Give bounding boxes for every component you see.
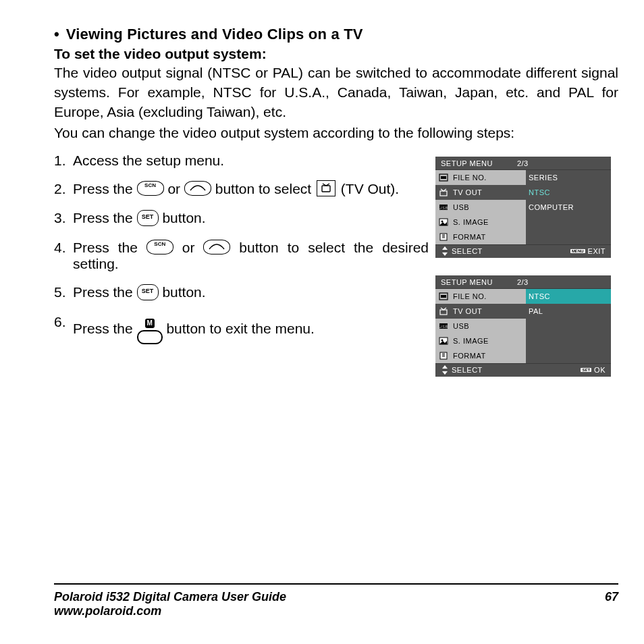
usb-icon: USB [438,321,449,331]
heading-text: Viewing Pictures and Video Clips on a TV [66,26,363,43]
step-1: 1. Access the setup menu. [54,153,429,169]
menu1-value-ntsc: NTSC [526,185,611,200]
svg-rect-10 [441,295,446,298]
heading-bullet: • [54,26,59,43]
footer-ok-label: OK [594,366,606,374]
setup-menu-screenshot-1: SETUP MENU 2/3 FILE NO. TV OUT [435,157,611,258]
up-down-arrows-icon [441,366,449,374]
set-button-icon [137,284,159,300]
step-6: 6. Press the M button to exit the menu. [54,314,429,346]
svg-rect-0 [322,186,330,192]
menu-title: SETUP MENU [441,159,493,167]
svg-rect-3 [440,191,447,196]
menu-row-file-no: FILE NO. [435,170,526,185]
menu-button-icon: M [137,313,163,344]
step-3: 3. Press the button. [54,210,429,227]
usb-icon: USB [438,203,449,212]
menu-title: SETUP MENU [441,278,493,286]
menu2-values: NTSC PAL [526,289,611,363]
menu1-value-computer: COMPUTER [526,200,611,215]
footer-guide-title: Polaroid i532 Digital Camera User Guide [54,590,605,604]
menu-page-indicator: 2/3 [517,278,529,286]
menu-row-format: FORMAT [435,230,526,244]
manual-page: •Viewing Pictures and Video Clips on a T… [54,26,618,618]
menu-row-usb: USB USB [435,319,526,333]
tv-out-icon [438,188,449,197]
page-number: 67 [605,590,618,604]
set-chip-icon: SET [581,368,591,372]
svg-text:USB: USB [439,206,448,210]
menu-row-usb: USB USB [435,200,526,215]
scn-button-icon [146,240,173,254]
menu2-labels: FILE NO. TV OUT USB USB S. IMAGE [435,289,526,363]
footer-exit-label: EXIT [588,247,606,255]
setup-menu-screenshot-2: SETUP MENU 2/3 FILE NO. TV OUT [435,275,611,377]
file-no-icon [438,173,449,182]
menu-screenshots: SETUP MENU 2/3 FILE NO. TV OUT [429,153,618,394]
subheading: To set the video output system: [54,46,618,62]
format-icon [438,232,449,242]
s-image-icon [438,336,449,346]
set-button-icon [137,210,159,226]
intro-paragraph-1: The video output signal (NTSC or PAL) ca… [54,63,618,122]
menu-row-s-image: S. IMAGE [435,215,526,230]
steps-list: 1. Access the setup menu. 2. Press the o… [54,153,429,394]
menu-row-s-image: S. IMAGE [435,333,526,348]
tv-out-icon [438,306,449,316]
section-heading: •Viewing Pictures and Video Clips on a T… [54,26,618,43]
intro-paragraph-2: You can change the video output system a… [54,124,618,143]
tv-out-icon [317,180,336,196]
step-5: 5. Press the button. [54,284,429,301]
svg-rect-11 [440,310,447,315]
page-footer: Polaroid i532 Digital Camera User Guide … [54,583,618,618]
step-2: 2. Press the or button to select (TV Out [54,181,429,198]
menu-row-tv-out: TV OUT [435,304,526,319]
format-icon [438,351,449,360]
menu1-values: SERIES NTSC COMPUTER [526,170,611,244]
step-4: 4. Press the or button to select the des… [54,240,429,272]
menu2-value-ntsc: NTSC [526,289,611,304]
up-down-arrows-icon [441,247,449,255]
menu1-value-series: SERIES [526,170,611,185]
file-no-icon [438,292,449,301]
timer-button-icon [203,240,230,254]
svg-rect-2 [441,176,446,179]
menu1-labels: FILE NO. TV OUT USB USB S. IMAGE [435,170,526,244]
s-image-icon [438,217,449,227]
menu-row-tv-out: TV OUT [435,185,526,200]
menu-row-format: FORMAT [435,348,526,363]
svg-text:USB: USB [439,325,448,329]
timer-button-icon [184,181,211,196]
menu2-value-pal: PAL [526,304,611,319]
footer-select-label: SELECT [452,247,483,255]
menu-page-indicator: 2/3 [517,159,529,167]
footer-select-label: SELECT [452,366,483,374]
footer-website: www.polaroid.com [54,604,605,618]
scn-button-icon [137,181,164,196]
menu-row-file-no: FILE NO. [435,289,526,304]
menu-chip-icon: MENU [570,249,585,253]
